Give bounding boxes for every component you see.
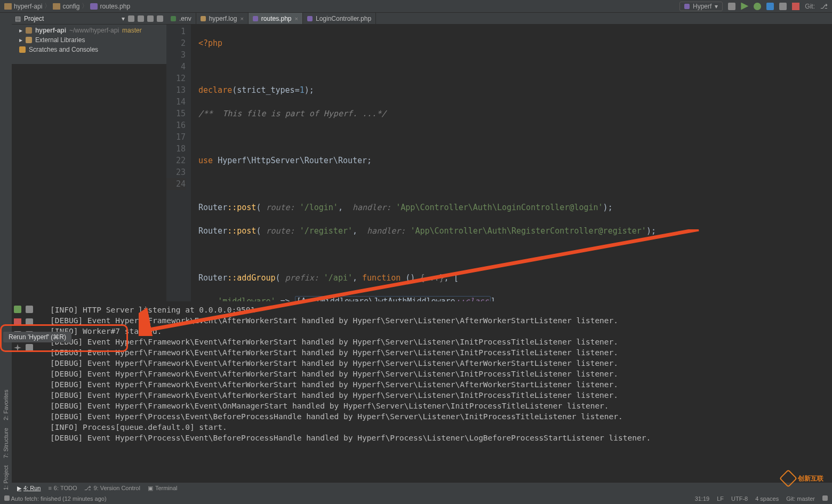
console-output[interactable]: [INFO] HTTP Server listening at 0.0.0.0:… (35, 305, 832, 483)
php-icon (684, 4, 690, 9)
git-label: Git: (805, 3, 815, 10)
tree-scratches[interactable]: Scratches and Consoles (16, 45, 166, 54)
run-console: [INFO] HTTP Server listening at 0.0.0.0:… (12, 301, 832, 483)
padlock-icon[interactable] (822, 495, 828, 501)
toolwin-structure[interactable]: 7: Structure (3, 428, 9, 458)
git-branch-icon[interactable]: ⎇ (820, 3, 828, 10)
breadcrumb-seg[interactable]: config (62, 3, 79, 10)
gear-icon[interactable] (147, 15, 154, 22)
chevron-down-icon: ▾ (715, 3, 718, 10)
folder-icon (26, 27, 32, 34)
tab-todo[interactable]: ≡ 6: TODO (48, 485, 77, 491)
status-indent[interactable]: 4 spaces (755, 495, 779, 502)
php-file-icon (307, 16, 313, 21)
status-caret[interactable]: 31:19 (695, 495, 710, 502)
tab-terminal[interactable]: ▣ Terminal (148, 485, 178, 492)
tree-root[interactable]: ▸ hyperf-api ~/www/hyperf-api master (16, 26, 166, 35)
run-config-selector[interactable]: Hyperf ▾ (679, 2, 723, 11)
status-git[interactable]: Git: master (786, 495, 815, 502)
tree-external-libs[interactable]: ▸ External Libraries (16, 35, 166, 45)
tab-hyperf-log[interactable]: hyperf.log × (196, 13, 249, 24)
console-toolbar (12, 301, 35, 483)
php-file-icon (253, 16, 258, 21)
status-line-ending[interactable]: LF (717, 495, 724, 502)
scroll-icon[interactable] (26, 306, 33, 313)
status-encoding[interactable]: UTF-8 (731, 495, 748, 502)
stop-icon[interactable] (792, 3, 799, 10)
log-file-icon (201, 16, 206, 21)
close-icon[interactable]: × (240, 15, 243, 22)
close-icon[interactable]: × (295, 15, 298, 22)
pin-icon[interactable] (14, 344, 21, 351)
project-icon: ▤ (15, 15, 21, 22)
gutter[interactable]: 123412131415161718222324 (166, 25, 191, 301)
toolwin-favorites[interactable]: 2: Favorites (3, 389, 9, 420)
editor: .env hyperf.log × routes.php × LoginCont… (166, 13, 832, 301)
scratch-icon (19, 46, 26, 53)
lock-icon (4, 495, 10, 501)
attach-icon[interactable] (779, 3, 787, 10)
php-file-icon (90, 3, 98, 10)
env-file-icon (171, 16, 176, 21)
status-bar: Auto fetch: finished (12 minutes ago) 31… (0, 493, 832, 504)
breadcrumb[interactable]: hyperf-api 〉 config 〉 routes.php (4, 2, 130, 11)
stop-icon[interactable] (14, 318, 21, 326)
tab-routes[interactable]: routes.php × (249, 13, 303, 24)
project-panel: ▤ Project ▾ ▸ hyperf-api ~/www/hyperf-ap… (12, 13, 166, 64)
tab-env[interactable]: .env (166, 13, 196, 24)
editor-tabs: .env hyperf.log × routes.php × LoginCont… (166, 13, 832, 25)
status-message: Auto fetch: finished (12 minutes ago) (4, 495, 107, 502)
project-panel-header: ▤ Project ▾ (12, 13, 166, 25)
folder-icon (4, 3, 12, 10)
run-icon[interactable] (741, 3, 748, 10)
toolwin-project[interactable]: 1: Project (3, 466, 9, 490)
project-tree[interactable]: ▸ hyperf-api ~/www/hyperf-api master ▸ E… (12, 25, 166, 54)
source[interactable]: <?php declare(strict_types=1); /** This … (191, 25, 832, 301)
chevron-right-icon[interactable]: ▸ (19, 27, 22, 34)
tab-vcs[interactable]: ⎇ 9: Version Control (84, 485, 140, 492)
chevron-down-icon[interactable]: ▾ (122, 15, 125, 22)
hide-icon[interactable] (157, 15, 163, 22)
tab-run[interactable]: ▶ 4: Run (17, 485, 41, 492)
coverage-icon[interactable] (766, 3, 774, 10)
watermark-logo-icon (779, 469, 797, 487)
tooltip-rerun: Rerun 'Hyperf' (⌘R) (3, 332, 71, 342)
chevron-right-icon[interactable]: ▸ (19, 36, 22, 44)
debug-icon[interactable] (754, 3, 761, 10)
build-icon[interactable] (728, 3, 735, 10)
select-opened-icon[interactable] (128, 15, 134, 22)
run-toolbar: Hyperf ▾ Git: ⎇ (679, 2, 828, 11)
clear-icon[interactable] (26, 344, 33, 351)
watermark: 创新互联 (782, 472, 823, 485)
breadcrumb-seg[interactable]: routes.php (100, 3, 130, 10)
library-icon (26, 37, 32, 43)
code-area[interactable]: 123412131415161718222324 <?php declare(s… (166, 25, 832, 301)
project-title: Project (24, 15, 118, 22)
rerun-icon[interactable] (14, 306, 21, 313)
breadcrumb-seg[interactable]: hyperf-api (14, 3, 42, 10)
left-tool-rail: 1: Project 7: Structure 2: Favorites (0, 13, 12, 493)
expand-all-icon[interactable] (138, 15, 144, 22)
softwrap-icon[interactable] (26, 318, 33, 326)
top-bar: hyperf-api 〉 config 〉 routes.php Hyperf … (0, 0, 832, 13)
folder-icon (53, 3, 60, 10)
tab-logincontroller[interactable]: LoginController.php (303, 13, 376, 24)
bottom-tool-tabs: ▶ 4: Run ≡ 6: TODO ⎇ 9: Version Control … (12, 483, 832, 493)
